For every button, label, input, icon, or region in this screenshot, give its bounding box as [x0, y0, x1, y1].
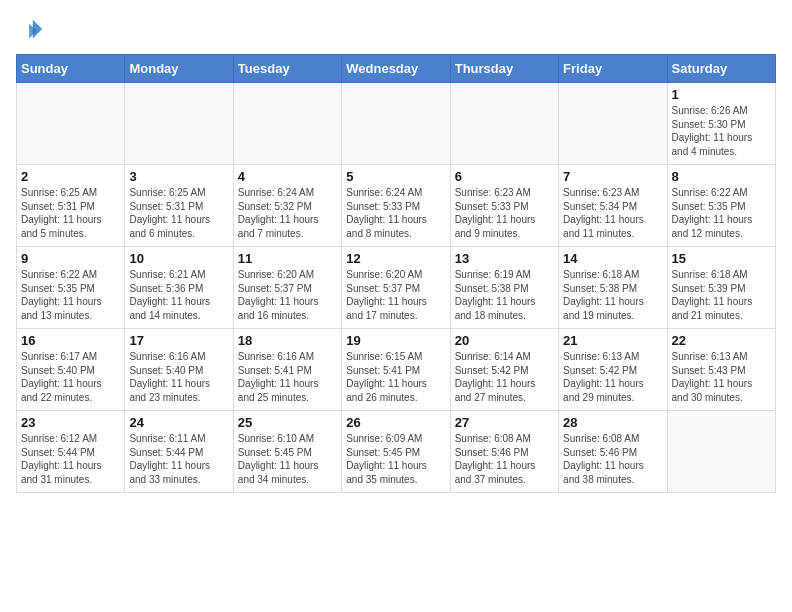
day-info: Sunrise: 6:25 AM Sunset: 5:31 PM Dayligh…	[129, 186, 228, 240]
calendar-cell: 13Sunrise: 6:19 AM Sunset: 5:38 PM Dayli…	[450, 247, 558, 329]
day-number: 16	[21, 333, 120, 348]
calendar-cell: 7Sunrise: 6:23 AM Sunset: 5:34 PM Daylig…	[559, 165, 667, 247]
day-info: Sunrise: 6:23 AM Sunset: 5:34 PM Dayligh…	[563, 186, 662, 240]
day-number: 12	[346, 251, 445, 266]
day-number: 13	[455, 251, 554, 266]
weekday-header-tuesday: Tuesday	[233, 55, 341, 83]
day-number: 21	[563, 333, 662, 348]
day-info: Sunrise: 6:22 AM Sunset: 5:35 PM Dayligh…	[21, 268, 120, 322]
day-info: Sunrise: 6:24 AM Sunset: 5:32 PM Dayligh…	[238, 186, 337, 240]
calendar-cell: 28Sunrise: 6:08 AM Sunset: 5:46 PM Dayli…	[559, 411, 667, 493]
day-info: Sunrise: 6:16 AM Sunset: 5:40 PM Dayligh…	[129, 350, 228, 404]
day-info: Sunrise: 6:11 AM Sunset: 5:44 PM Dayligh…	[129, 432, 228, 486]
calendar-cell: 8Sunrise: 6:22 AM Sunset: 5:35 PM Daylig…	[667, 165, 775, 247]
calendar-cell	[17, 83, 125, 165]
day-number: 10	[129, 251, 228, 266]
day-number: 24	[129, 415, 228, 430]
weekday-header-thursday: Thursday	[450, 55, 558, 83]
weekday-header-saturday: Saturday	[667, 55, 775, 83]
week-row-2: 2Sunrise: 6:25 AM Sunset: 5:31 PM Daylig…	[17, 165, 776, 247]
day-number: 5	[346, 169, 445, 184]
calendar-cell: 12Sunrise: 6:20 AM Sunset: 5:37 PM Dayli…	[342, 247, 450, 329]
day-number: 14	[563, 251, 662, 266]
day-info: Sunrise: 6:22 AM Sunset: 5:35 PM Dayligh…	[672, 186, 771, 240]
day-number: 15	[672, 251, 771, 266]
day-info: Sunrise: 6:20 AM Sunset: 5:37 PM Dayligh…	[238, 268, 337, 322]
day-info: Sunrise: 6:12 AM Sunset: 5:44 PM Dayligh…	[21, 432, 120, 486]
day-info: Sunrise: 6:16 AM Sunset: 5:41 PM Dayligh…	[238, 350, 337, 404]
calendar-cell	[667, 411, 775, 493]
day-info: Sunrise: 6:18 AM Sunset: 5:39 PM Dayligh…	[672, 268, 771, 322]
day-info: Sunrise: 6:24 AM Sunset: 5:33 PM Dayligh…	[346, 186, 445, 240]
day-number: 4	[238, 169, 337, 184]
calendar-cell: 9Sunrise: 6:22 AM Sunset: 5:35 PM Daylig…	[17, 247, 125, 329]
calendar-cell: 26Sunrise: 6:09 AM Sunset: 5:45 PM Dayli…	[342, 411, 450, 493]
calendar-cell: 2Sunrise: 6:25 AM Sunset: 5:31 PM Daylig…	[17, 165, 125, 247]
calendar-cell: 16Sunrise: 6:17 AM Sunset: 5:40 PM Dayli…	[17, 329, 125, 411]
calendar-cell: 27Sunrise: 6:08 AM Sunset: 5:46 PM Dayli…	[450, 411, 558, 493]
calendar-cell: 6Sunrise: 6:23 AM Sunset: 5:33 PM Daylig…	[450, 165, 558, 247]
calendar-cell: 23Sunrise: 6:12 AM Sunset: 5:44 PM Dayli…	[17, 411, 125, 493]
calendar-cell: 14Sunrise: 6:18 AM Sunset: 5:38 PM Dayli…	[559, 247, 667, 329]
calendar-cell: 1Sunrise: 6:26 AM Sunset: 5:30 PM Daylig…	[667, 83, 775, 165]
day-number: 9	[21, 251, 120, 266]
day-info: Sunrise: 6:14 AM Sunset: 5:42 PM Dayligh…	[455, 350, 554, 404]
weekday-header-friday: Friday	[559, 55, 667, 83]
day-info: Sunrise: 6:08 AM Sunset: 5:46 PM Dayligh…	[455, 432, 554, 486]
day-number: 25	[238, 415, 337, 430]
logo	[16, 16, 48, 44]
day-number: 18	[238, 333, 337, 348]
day-info: Sunrise: 6:13 AM Sunset: 5:43 PM Dayligh…	[672, 350, 771, 404]
week-row-1: 1Sunrise: 6:26 AM Sunset: 5:30 PM Daylig…	[17, 83, 776, 165]
calendar-cell	[559, 83, 667, 165]
weekday-header-wednesday: Wednesday	[342, 55, 450, 83]
day-number: 17	[129, 333, 228, 348]
calendar-cell: 22Sunrise: 6:13 AM Sunset: 5:43 PM Dayli…	[667, 329, 775, 411]
weekday-header-sunday: Sunday	[17, 55, 125, 83]
calendar-cell: 25Sunrise: 6:10 AM Sunset: 5:45 PM Dayli…	[233, 411, 341, 493]
week-row-3: 9Sunrise: 6:22 AM Sunset: 5:35 PM Daylig…	[17, 247, 776, 329]
calendar-header-row: SundayMondayTuesdayWednesdayThursdayFrid…	[17, 55, 776, 83]
day-info: Sunrise: 6:09 AM Sunset: 5:45 PM Dayligh…	[346, 432, 445, 486]
day-number: 19	[346, 333, 445, 348]
calendar-cell	[450, 83, 558, 165]
calendar-cell	[342, 83, 450, 165]
calendar-cell: 19Sunrise: 6:15 AM Sunset: 5:41 PM Dayli…	[342, 329, 450, 411]
calendar-cell	[233, 83, 341, 165]
day-number: 11	[238, 251, 337, 266]
calendar-cell: 21Sunrise: 6:13 AM Sunset: 5:42 PM Dayli…	[559, 329, 667, 411]
week-row-5: 23Sunrise: 6:12 AM Sunset: 5:44 PM Dayli…	[17, 411, 776, 493]
day-number: 7	[563, 169, 662, 184]
day-info: Sunrise: 6:08 AM Sunset: 5:46 PM Dayligh…	[563, 432, 662, 486]
day-number: 6	[455, 169, 554, 184]
day-info: Sunrise: 6:25 AM Sunset: 5:31 PM Dayligh…	[21, 186, 120, 240]
day-number: 3	[129, 169, 228, 184]
day-number: 20	[455, 333, 554, 348]
day-info: Sunrise: 6:13 AM Sunset: 5:42 PM Dayligh…	[563, 350, 662, 404]
page-header	[16, 16, 776, 44]
calendar-cell: 3Sunrise: 6:25 AM Sunset: 5:31 PM Daylig…	[125, 165, 233, 247]
day-info: Sunrise: 6:20 AM Sunset: 5:37 PM Dayligh…	[346, 268, 445, 322]
day-number: 28	[563, 415, 662, 430]
day-number: 26	[346, 415, 445, 430]
calendar-cell: 10Sunrise: 6:21 AM Sunset: 5:36 PM Dayli…	[125, 247, 233, 329]
calendar-cell: 5Sunrise: 6:24 AM Sunset: 5:33 PM Daylig…	[342, 165, 450, 247]
day-info: Sunrise: 6:10 AM Sunset: 5:45 PM Dayligh…	[238, 432, 337, 486]
calendar-cell: 17Sunrise: 6:16 AM Sunset: 5:40 PM Dayli…	[125, 329, 233, 411]
day-info: Sunrise: 6:15 AM Sunset: 5:41 PM Dayligh…	[346, 350, 445, 404]
day-number: 2	[21, 169, 120, 184]
day-info: Sunrise: 6:26 AM Sunset: 5:30 PM Dayligh…	[672, 104, 771, 158]
calendar-cell: 4Sunrise: 6:24 AM Sunset: 5:32 PM Daylig…	[233, 165, 341, 247]
day-info: Sunrise: 6:18 AM Sunset: 5:38 PM Dayligh…	[563, 268, 662, 322]
day-info: Sunrise: 6:17 AM Sunset: 5:40 PM Dayligh…	[21, 350, 120, 404]
day-info: Sunrise: 6:21 AM Sunset: 5:36 PM Dayligh…	[129, 268, 228, 322]
week-row-4: 16Sunrise: 6:17 AM Sunset: 5:40 PM Dayli…	[17, 329, 776, 411]
day-number: 23	[21, 415, 120, 430]
calendar-cell: 15Sunrise: 6:18 AM Sunset: 5:39 PM Dayli…	[667, 247, 775, 329]
calendar-cell: 20Sunrise: 6:14 AM Sunset: 5:42 PM Dayli…	[450, 329, 558, 411]
calendar-cell	[125, 83, 233, 165]
day-number: 1	[672, 87, 771, 102]
day-number: 22	[672, 333, 771, 348]
weekday-header-monday: Monday	[125, 55, 233, 83]
calendar: SundayMondayTuesdayWednesdayThursdayFrid…	[16, 54, 776, 493]
